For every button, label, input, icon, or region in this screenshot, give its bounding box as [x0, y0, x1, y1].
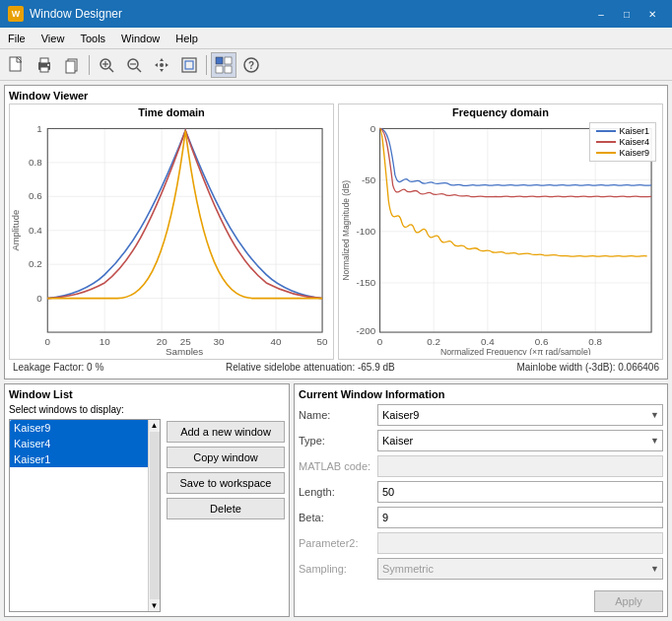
svg-text:0: 0 — [45, 336, 50, 347]
svg-point-4 — [47, 64, 49, 66]
window-list-subtitle: Select windows to display: — [9, 404, 285, 415]
apply-button[interactable]: Apply — [594, 590, 663, 612]
svg-text:10: 10 — [100, 336, 110, 347]
beta-input[interactable] — [377, 507, 663, 528]
copy-button[interactable] — [59, 52, 85, 78]
app-icon: W — [8, 6, 24, 22]
toggle-view-button[interactable] — [211, 52, 236, 78]
parameter2-input — [377, 532, 663, 554]
listbox-scrollbar[interactable]: ▲ ▼ — [148, 420, 160, 611]
app-title: Window Designer — [30, 7, 589, 21]
svg-text:-200: -200 — [356, 325, 375, 336]
svg-rect-23 — [216, 66, 223, 73]
legend-kaiser1: Kaiser1 — [596, 126, 649, 136]
type-select-container[interactable]: Kaiser ▼ — [377, 430, 663, 451]
parameter2-label: Parameter2: — [299, 537, 377, 549]
zoom-in-button[interactable] — [94, 52, 119, 78]
svg-line-8 — [109, 68, 113, 72]
svg-text:0.4: 0.4 — [481, 336, 495, 347]
svg-marker-17 — [166, 63, 168, 67]
sampling-select[interactable]: Symmetric — [377, 558, 663, 580]
time-domain-plot: Time domain — [9, 104, 334, 360]
minimize-button[interactable]: – — [589, 4, 613, 24]
parameter2-field-row: Parameter2: — [299, 532, 663, 554]
name-select[interactable]: Kaiser9 — [377, 404, 663, 426]
window-viewer-title: Window Viewer — [9, 90, 663, 102]
menu-window[interactable]: Window — [113, 28, 168, 48]
length-field-row: Length: — [299, 481, 663, 503]
svg-rect-24 — [225, 66, 232, 73]
sidelobe-stat: Relative sidelobe attenuation: -65.9 dB — [226, 362, 395, 373]
name-field-row: Name: Kaiser9 ▼ — [299, 404, 663, 426]
window-list-title: Window List — [9, 388, 285, 400]
pan-button[interactable] — [149, 52, 174, 78]
svg-text:Amplitude: Amplitude — [10, 210, 21, 251]
window-listbox-container[interactable]: Kaiser9 Kaiser4 Kaiser1 ▲ ▼ — [9, 419, 161, 612]
save-workspace-button[interactable]: Save to workspace — [167, 472, 285, 494]
list-and-buttons: Kaiser9 Kaiser4 Kaiser1 ▲ ▼ Add a new wi… — [9, 419, 285, 612]
svg-text:30: 30 — [214, 336, 225, 347]
matlab-field-row: MATLAB code: — [299, 455, 663, 477]
menu-tools[interactable]: Tools — [72, 28, 113, 48]
matlab-input — [377, 455, 663, 477]
legend-label-kaiser1: Kaiser1 — [619, 126, 649, 136]
svg-marker-14 — [160, 58, 164, 61]
svg-rect-19 — [182, 58, 196, 72]
fit-button[interactable] — [176, 52, 202, 78]
scroll-up-arrow[interactable]: ▲ — [150, 420, 160, 431]
print-button[interactable] — [32, 52, 57, 78]
name-select-container[interactable]: Kaiser9 ▼ — [377, 404, 663, 426]
title-bar: W Window Designer – □ ✕ — [0, 0, 672, 28]
help-button[interactable]: ? — [238, 52, 264, 78]
svg-text:?: ? — [248, 60, 254, 71]
type-select[interactable]: Kaiser — [377, 430, 663, 451]
legend-line-kaiser4 — [596, 141, 616, 143]
svg-marker-16 — [155, 63, 158, 67]
legend-line-kaiser1 — [596, 130, 616, 132]
svg-line-12 — [137, 68, 141, 72]
beta-field-row: Beta: — [299, 507, 663, 528]
new-button[interactable] — [4, 52, 30, 78]
maximize-button[interactable]: □ — [615, 4, 638, 24]
time-domain-title: Time domain — [10, 104, 333, 118]
window-listbox[interactable]: Kaiser9 Kaiser4 Kaiser1 — [10, 420, 160, 611]
window-controls: – □ ✕ — [589, 4, 664, 24]
svg-text:-50: -50 — [362, 174, 375, 185]
frequency-domain-plot: Frequency domain Kaiser1 Kaiser4 Kaiser9 — [338, 104, 663, 360]
legend-kaiser9: Kaiser9 — [596, 148, 649, 158]
frequency-domain-title: Frequency domain — [339, 104, 662, 118]
svg-text:50: 50 — [317, 336, 328, 347]
menu-help[interactable]: Help — [168, 28, 206, 48]
sampling-select-container[interactable]: Symmetric ▼ — [377, 558, 663, 580]
svg-text:20: 20 — [157, 336, 168, 347]
copy-window-button[interactable]: Copy window — [167, 447, 285, 468]
window-list-panel: Window List Select windows to display: K… — [4, 383, 290, 617]
menu-view[interactable]: View — [34, 28, 73, 48]
scroll-down-arrow[interactable]: ▼ — [150, 600, 160, 611]
length-label: Length: — [299, 486, 377, 498]
svg-point-18 — [160, 63, 164, 67]
delete-window-button[interactable]: Delete — [167, 498, 285, 519]
svg-marker-15 — [160, 69, 164, 72]
svg-text:0: 0 — [36, 293, 41, 304]
main-content: Window Viewer Time domain — [0, 81, 672, 621]
legend-label-kaiser9: Kaiser9 — [619, 148, 649, 158]
legend-label-kaiser4: Kaiser4 — [619, 137, 649, 147]
window-viewer: Window Viewer Time domain — [4, 85, 668, 380]
svg-text:Samples: Samples — [166, 346, 203, 355]
bottom-panels: Window List Select windows to display: K… — [4, 383, 668, 617]
svg-rect-6 — [66, 61, 75, 73]
svg-text:0.6: 0.6 — [535, 336, 549, 347]
menu-bar: File View Tools Window Help — [0, 28, 672, 49]
length-input[interactable] — [377, 481, 663, 503]
leakage-stat: Leakage Factor: 0 % — [13, 362, 103, 373]
menu-file[interactable]: File — [0, 28, 34, 48]
add-window-button[interactable]: Add a new window — [167, 421, 285, 443]
toolbar-separator-1 — [89, 55, 90, 75]
svg-text:-100: -100 — [356, 226, 375, 237]
zoom-out-button[interactable] — [121, 52, 147, 78]
svg-text:1: 1 — [36, 123, 41, 134]
close-button[interactable]: ✕ — [640, 4, 664, 24]
mainlobe-stat: Mainlobe width (-3dB): 0.066406 — [516, 362, 659, 373]
scroll-track[interactable] — [150, 432, 160, 599]
